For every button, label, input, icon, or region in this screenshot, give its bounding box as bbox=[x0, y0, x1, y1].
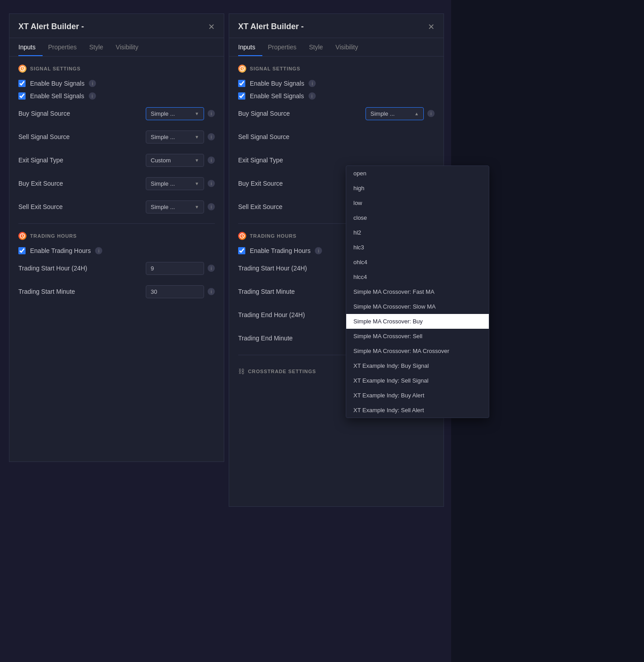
right-enable-buy-label: Enable Buy Signals bbox=[250, 80, 304, 87]
left-panel-title: XT Alert Builder - bbox=[18, 22, 84, 31]
dropdown-item-xt-sell-signal[interactable]: XT Example Indy: Sell Signal bbox=[346, 373, 444, 388]
right-buy-signal-source-chevron: ▲ bbox=[414, 111, 419, 116]
dropdown-item-hlcc4[interactable]: hlcc4 bbox=[346, 270, 444, 284]
left-tab-inputs[interactable]: Inputs bbox=[18, 38, 43, 56]
dropdown-item-xt-buy-alert[interactable]: XT Example Indy: Buy Alert bbox=[346, 388, 444, 403]
left-buy-exit-source-info[interactable]: i bbox=[208, 180, 215, 187]
right-enable-trading-label: Enable Trading Hours bbox=[250, 247, 310, 254]
right-crosstrade-icon: ⛓ bbox=[238, 368, 244, 375]
right-trading-icon bbox=[238, 232, 246, 240]
right-close-button[interactable]: ✕ bbox=[428, 23, 435, 31]
left-enable-trading-info[interactable]: i bbox=[95, 247, 102, 254]
left-start-hour-info[interactable]: i bbox=[208, 265, 215, 272]
dropdown-item-close[interactable]: close bbox=[346, 210, 444, 225]
dropdown-item-hlc3[interactable]: hlc3 bbox=[346, 240, 444, 255]
right-panel-title: XT Alert Builder - bbox=[238, 22, 304, 31]
left-sell-signal-source-select[interactable]: Simple ... ▼ bbox=[146, 131, 204, 144]
right-panel-body: SIGNAL SETTINGS Enable Buy Signals i Ena… bbox=[229, 57, 444, 506]
right-tab-properties[interactable]: Properties bbox=[268, 38, 304, 56]
left-enable-buy-info[interactable]: i bbox=[89, 80, 96, 87]
dropdown-item-open[interactable]: open bbox=[346, 166, 444, 181]
left-start-minute-row: Trading Start Minute 30 i bbox=[18, 283, 215, 300]
right-enable-buy-checkbox[interactable] bbox=[238, 80, 245, 87]
left-signal-icon bbox=[18, 65, 26, 73]
left-divider bbox=[18, 223, 215, 224]
left-exit-signal-type-select[interactable]: Custom ▼ bbox=[146, 154, 204, 167]
dropdown-item-ohlc4[interactable]: ohlc4 bbox=[346, 255, 444, 270]
left-start-minute-input[interactable]: 30 bbox=[146, 285, 204, 298]
right-buy-signal-source-row: Buy Signal Source Simple ... ▲ i bbox=[238, 105, 435, 122]
left-signal-section-header: SIGNAL SETTINGS bbox=[18, 65, 215, 73]
left-sell-exit-source-controls: Simple ... ▼ i bbox=[146, 200, 215, 213]
right-panel: XT Alert Builder - ✕ Inputs Properties S… bbox=[229, 13, 444, 507]
left-exit-signal-type-chevron: ▼ bbox=[195, 158, 199, 163]
left-buy-signal-source-info[interactable]: i bbox=[208, 110, 215, 117]
left-enable-sell-checkbox[interactable] bbox=[18, 92, 26, 100]
left-tab-properties[interactable]: Properties bbox=[48, 38, 84, 56]
left-tab-visibility[interactable]: Visibility bbox=[116, 38, 145, 56]
left-enable-trading-checkbox[interactable] bbox=[18, 247, 26, 254]
right-buy-signal-source-label: Buy Signal Source bbox=[238, 110, 366, 117]
dropdown-item-low[interactable]: low bbox=[346, 196, 444, 210]
right-enable-trading-checkbox[interactable] bbox=[238, 247, 245, 254]
left-enable-sell-info[interactable]: i bbox=[89, 92, 96, 100]
dropdown-item-sma-buy[interactable]: Simple MA Crossover: Buy bbox=[346, 314, 444, 329]
left-enable-trading-label: Enable Trading Hours bbox=[30, 247, 91, 254]
left-exit-signal-type-controls: Custom ▼ i bbox=[146, 154, 215, 167]
right-tab-style[interactable]: Style bbox=[309, 38, 330, 56]
left-buy-signal-source-label: Buy Signal Source bbox=[18, 110, 146, 117]
right-exit-signal-type-label: Exit Signal Type bbox=[238, 157, 435, 164]
left-enable-sell-label: Enable Sell Signals bbox=[30, 92, 84, 100]
left-exit-signal-type-info[interactable]: i bbox=[208, 157, 215, 164]
dropdown-item-sma-slow[interactable]: Simple MA Crossover: Slow MA bbox=[346, 299, 444, 314]
left-start-hour-input[interactable]: 9 bbox=[146, 262, 204, 275]
left-enable-buy-label: Enable Buy Signals bbox=[30, 80, 84, 87]
right-buy-signal-source-info[interactable]: i bbox=[427, 110, 435, 117]
left-close-button[interactable]: ✕ bbox=[208, 23, 215, 31]
buy-signal-source-dropdown: open high low close hl2 hlc3 ohlc4 hlcc4… bbox=[346, 166, 444, 418]
left-start-minute-controls: 30 i bbox=[146, 285, 215, 298]
right-enable-sell-checkbox[interactable] bbox=[238, 92, 245, 100]
left-sell-exit-source-select[interactable]: Simple ... ▼ bbox=[146, 200, 204, 213]
left-enable-sell-row: Enable Sell Signals i bbox=[18, 92, 215, 100]
dropdown-item-sma-sell[interactable]: Simple MA Crossover: Sell bbox=[346, 329, 444, 344]
left-sell-signal-source-row: Sell Signal Source Simple ... ▼ i bbox=[18, 128, 215, 145]
right-enable-sell-row: Enable Sell Signals i bbox=[238, 92, 435, 100]
left-trading-icon bbox=[18, 232, 26, 240]
left-buy-exit-source-chevron: ▼ bbox=[195, 181, 199, 186]
dropdown-item-high[interactable]: high bbox=[346, 181, 444, 196]
right-enable-buy-info[interactable]: i bbox=[309, 80, 316, 87]
left-sell-signal-source-chevron: ▼ bbox=[195, 135, 199, 139]
left-sell-exit-source-info[interactable]: i bbox=[208, 203, 215, 210]
left-start-hour-label: Trading Start Hour (24H) bbox=[18, 265, 146, 272]
left-enable-buy-checkbox[interactable] bbox=[18, 80, 26, 87]
right-tab-visibility[interactable]: Visibility bbox=[335, 38, 365, 56]
left-sell-signal-source-info[interactable]: i bbox=[208, 133, 215, 140]
left-exit-signal-type-label: Exit Signal Type bbox=[18, 157, 146, 164]
dropdown-item-sma-fast[interactable]: Simple MA Crossover: Fast MA bbox=[346, 284, 444, 299]
left-sell-exit-source-chevron: ▼ bbox=[195, 205, 199, 209]
left-start-minute-info[interactable]: i bbox=[208, 288, 215, 295]
right-sell-signal-source-label: Sell Signal Source bbox=[238, 133, 435, 140]
right-buy-signal-source-select[interactable]: Simple ... ▲ bbox=[366, 107, 424, 120]
left-buy-signal-source-select[interactable]: Simple ... ▼ bbox=[146, 107, 204, 120]
left-buy-signal-source-row: Buy Signal Source Simple ... ▼ i bbox=[18, 105, 215, 122]
left-sell-exit-source-row: Sell Exit Source Simple ... ▼ i bbox=[18, 198, 215, 215]
right-buy-signal-source-controls: Simple ... ▲ i bbox=[366, 107, 435, 120]
right-enable-sell-label: Enable Sell Signals bbox=[250, 92, 304, 100]
right-enable-trading-info[interactable]: i bbox=[315, 247, 322, 254]
left-buy-exit-source-select[interactable]: Simple ... ▼ bbox=[146, 177, 204, 190]
right-signal-section-label: SIGNAL SETTINGS bbox=[250, 66, 300, 71]
dropdown-item-xt-sell-alert[interactable]: XT Example Indy: Sell Alert bbox=[346, 403, 444, 418]
right-enable-buy-row: Enable Buy Signals i bbox=[238, 80, 435, 87]
left-buy-exit-source-controls: Simple ... ▼ i bbox=[146, 177, 215, 190]
dropdown-item-sma-crossover[interactable]: Simple MA Crossover: MA Crossover bbox=[346, 344, 444, 358]
dropdown-item-hl2[interactable]: hl2 bbox=[346, 225, 444, 240]
right-enable-sell-info[interactable]: i bbox=[309, 92, 316, 100]
left-panel-header: XT Alert Builder - ✕ bbox=[9, 14, 224, 38]
right-tab-inputs[interactable]: Inputs bbox=[238, 38, 262, 56]
left-enable-buy-row: Enable Buy Signals i bbox=[18, 80, 215, 87]
left-tab-style[interactable]: Style bbox=[89, 38, 110, 56]
left-start-minute-label: Trading Start Minute bbox=[18, 288, 146, 295]
dropdown-item-xt-buy-signal[interactable]: XT Example Indy: Buy Signal bbox=[346, 358, 444, 373]
